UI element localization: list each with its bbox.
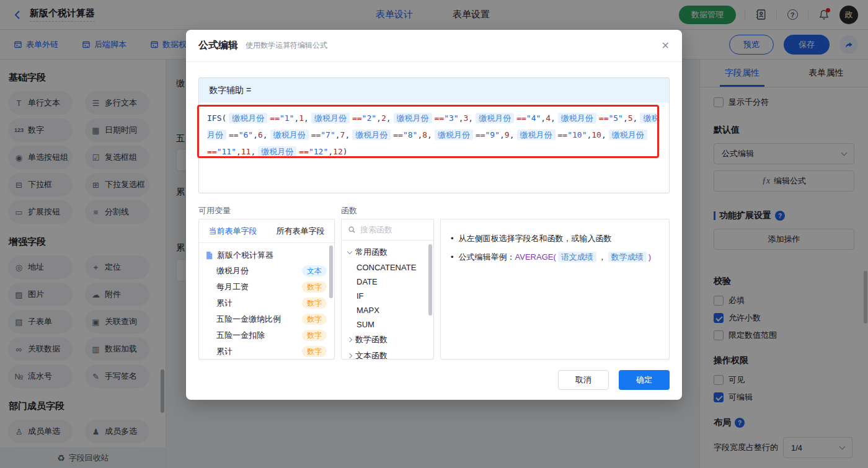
formula-token: "8"	[403, 130, 417, 139]
formula-token: "10"	[567, 130, 587, 139]
tip-line: • 从左侧面板选择字段名和函数，或输入函数	[451, 232, 659, 245]
formula-token: "9"	[485, 130, 500, 139]
function-item[interactable]: SUM	[342, 317, 433, 332]
function-group: 文本函数	[342, 348, 433, 360]
formula-token: 缴税月份	[476, 113, 514, 123]
function-item[interactable]: IF	[342, 289, 433, 303]
field-type-badge: 数字	[302, 281, 327, 293]
formula-token: ,	[236, 147, 241, 156]
formula-token: ==	[558, 130, 568, 139]
variables-tab[interactable]: 当前表单字段	[199, 219, 267, 242]
formula-token: ,	[551, 113, 556, 123]
formula-token: ==	[270, 113, 280, 123]
close-icon[interactable]: ✕	[662, 40, 670, 51]
functions-scrollbar[interactable]	[428, 244, 432, 316]
formula-token: "4"	[526, 113, 541, 123]
formula-token: "12"	[309, 147, 328, 156]
helper-panels: 可用变量 当前表单字段 所有表单字段	[198, 205, 670, 360]
formula-editor[interactable]: IFS(缴税月份=="1",1,缴税月份=="2",2,缴税月份=="3",3,…	[199, 103, 669, 193]
formula-token: "7"	[321, 130, 335, 139]
formula-token: 缴税月份	[311, 113, 350, 123]
dialog-footer: 取消 确定	[186, 360, 682, 400]
function-search-input[interactable]	[360, 225, 427, 234]
variable-field-row[interactable]: 缴税月份 文本	[199, 263, 334, 279]
variables-scrollbar[interactable]	[329, 245, 333, 298]
field-type-badge: 文本	[302, 265, 327, 276]
tips-panel: • 从左侧面板选择字段名和函数，或输入函数 • 公式编辑举例：AVERAGE(语…	[440, 219, 670, 360]
function-item[interactable]: CONCATENATE	[342, 260, 433, 275]
formula-token: 缴税月份	[394, 113, 432, 123]
formula-token: ==	[352, 113, 362, 123]
field-type-badge: 数字	[302, 314, 327, 325]
form-root-node[interactable]: 新版个税计算器	[199, 248, 334, 263]
formula-token: 6	[258, 130, 263, 139]
variables-tree: 新版个税计算器 缴税月份 文本	[199, 243, 334, 360]
functions-label: 函数	[341, 205, 434, 219]
formula-token: ==	[207, 147, 217, 156]
formula-token: ==	[476, 130, 485, 139]
formula-token: 10	[591, 130, 601, 139]
function-group-row[interactable]: 数学函数	[342, 332, 433, 348]
formula-token: ,	[623, 113, 628, 123]
example-field-chip: 语文成绩	[558, 252, 596, 262]
function-group-row[interactable]: 文本函数	[342, 348, 433, 360]
formula-token: ,	[510, 130, 515, 139]
formula-token: ==	[299, 147, 309, 156]
formula-token: "5"	[608, 113, 622, 123]
field-type-badge: 数字	[302, 346, 327, 357]
formula-token: ,	[541, 113, 546, 123]
variable-field-row[interactable]: 累计 数字	[199, 295, 334, 311]
formula-token: ==	[393, 130, 403, 139]
formula-token: "2"	[362, 113, 376, 123]
variables-tab[interactable]: 所有表单字段	[267, 219, 334, 242]
formula-token: ,	[468, 113, 473, 123]
variable-field-name: 累计	[216, 298, 232, 309]
tip-line-example: • 公式编辑举例：AVERAGE(语文成绩，数学成绩)	[451, 250, 659, 264]
chevron-icon	[347, 249, 352, 254]
functions-column: 函数	[341, 205, 434, 360]
function-search	[342, 219, 433, 241]
formula-token: 12	[333, 147, 343, 156]
formula-token: ,	[601, 130, 606, 139]
formula-token: 11	[241, 147, 251, 156]
chevron-icon	[347, 337, 352, 342]
formula-token: 1	[299, 113, 304, 123]
variable-field-row[interactable]: 五险一金扣除 数字	[199, 327, 334, 343]
formula-token: "6"	[239, 130, 253, 139]
dialog-title: 公式编辑	[198, 39, 238, 52]
variable-field-row[interactable]: 每月工资 数字	[199, 279, 334, 295]
dialog-body: 数字辅助 = IFS(缴税月份=="1",1,缴税月份=="2",2,缴税月份=…	[186, 62, 682, 360]
chevron-icon	[347, 353, 352, 358]
formula-token: ,	[459, 113, 464, 123]
dialog-subtitle: 使用数学运算符编辑公式	[246, 40, 327, 51]
formula-token: "3"	[444, 113, 458, 123]
formula-token: ==	[229, 130, 239, 139]
function-item[interactable]: DATE	[342, 275, 433, 289]
cancel-button[interactable]: 取消	[558, 370, 609, 390]
tips-column: • 从左侧面板选择字段名和函数，或输入函数 • 公式编辑举例：AVERAGE(语…	[440, 205, 670, 360]
variable-field-name: 五险一金扣除	[216, 330, 265, 341]
variable-field-name: 五险一金缴纳比例	[216, 314, 281, 325]
formula-token: ,	[253, 130, 258, 139]
variables-panel: 当前表单字段 所有表单字段 新版个税计算器	[198, 219, 335, 360]
formula-token: 缴税月份	[609, 130, 647, 140]
formula-token: ,	[345, 130, 350, 139]
formula-token: 缴税月份	[517, 130, 556, 140]
variables-column: 可用变量 当前表单字段 所有表单字段	[198, 205, 335, 360]
variable-field-name: 累计	[216, 346, 232, 357]
formula-editor-dialog: 公式编辑 使用数学运算符编辑公式 ✕ 数字辅助 = IFS(缴税月份=="1",…	[186, 30, 682, 400]
formula-token: ==	[435, 113, 445, 123]
formula-token: 缴税月份	[229, 113, 267, 123]
app-root: 新版个税计算器 表单设计 表单设置 数据管理 ?	[0, 0, 868, 468]
function-item[interactable]: MAPX	[342, 303, 433, 317]
variable-field-row[interactable]: 五险一金缴纳比例 数字	[199, 311, 334, 327]
formula-token: 缴税月份	[270, 130, 309, 140]
function-group-row[interactable]: 常用函数	[342, 244, 433, 260]
file-icon	[205, 251, 213, 260]
variable-field-row[interactable]: 累计 数字	[199, 343, 334, 360]
confirm-button[interactable]: 确定	[619, 370, 670, 390]
dialog-header: 公式编辑 使用数学运算符编辑公式 ✕	[186, 30, 682, 62]
formula-token: ,	[427, 130, 432, 139]
formula-token: ,	[304, 113, 309, 123]
formula-token: "1"	[280, 113, 294, 123]
